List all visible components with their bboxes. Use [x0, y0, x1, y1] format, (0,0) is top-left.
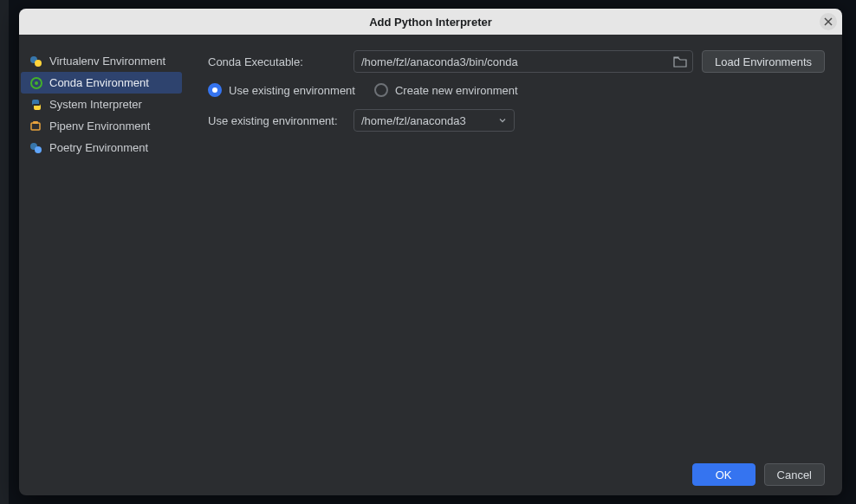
dialog-content: Virtualenv Environment Conda Environment…: [19, 35, 842, 454]
conda-icon: [29, 76, 43, 90]
folder-icon: [673, 55, 687, 68]
radio-use-existing[interactable]: Use existing environment: [208, 83, 355, 97]
environment-mode-radios: Use existing environment Create new envi…: [208, 83, 825, 97]
use-existing-env-label: Use existing environment:: [208, 114, 345, 127]
sidebar-item-virtualenv[interactable]: Virtualenv Environment: [21, 50, 182, 72]
svg-point-1: [35, 60, 42, 67]
add-python-interpreter-dialog: Add Python Interpreter Virtualenv Enviro…: [19, 9, 842, 495]
close-button[interactable]: [820, 13, 837, 30]
close-icon: [824, 17, 833, 26]
python-icon: [29, 98, 43, 112]
sidebar-item-label: Conda Environment: [49, 76, 149, 89]
use-existing-env-row: Use existing environment: /home/fzl/anac…: [208, 109, 825, 132]
sidebar-item-label: Pipenv Environment: [49, 120, 150, 132]
conda-settings-panel: Conda Executable: /home/fzl/anaconda3/bi…: [184, 35, 842, 454]
poetry-icon: [29, 141, 43, 155]
pipenv-icon: [29, 120, 43, 133]
sidebar-item-label: Poetry Environment: [49, 141, 148, 154]
browse-folder-button[interactable]: [673, 55, 687, 68]
conda-executable-input[interactable]: /home/fzl/anaconda3/bin/conda: [353, 50, 693, 73]
conda-executable-row: Conda Executable: /home/fzl/anaconda3/bi…: [208, 50, 825, 73]
ok-button[interactable]: OK: [692, 463, 755, 486]
sidebar-item-poetry[interactable]: Poetry Environment: [21, 137, 182, 158]
load-environments-button[interactable]: Load Environments: [702, 50, 825, 73]
svg-point-7: [35, 146, 42, 153]
editor-gutter: [0, 0, 9, 504]
sidebar-item-label: Virtualenv Environment: [49, 55, 165, 68]
interpreter-type-sidebar: Virtualenv Environment Conda Environment…: [19, 35, 184, 454]
chevron-down-icon: [498, 116, 507, 125]
svg-point-3: [35, 81, 38, 85]
existing-environment-dropdown[interactable]: /home/fzl/anaconda3: [353, 109, 515, 132]
svg-rect-4: [31, 123, 40, 130]
dropdown-value: /home/fzl/anaconda3: [361, 114, 466, 127]
dialog-titlebar: Add Python Interpreter: [19, 9, 842, 35]
radio-create-new[interactable]: Create new environment: [374, 83, 518, 97]
conda-executable-value: /home/fzl/anaconda3/bin/conda: [361, 55, 518, 68]
sidebar-item-pipenv[interactable]: Pipenv Environment: [21, 115, 182, 137]
svg-rect-5: [33, 121, 38, 124]
cancel-button[interactable]: Cancel: [764, 463, 825, 486]
radio-label: Create new environment: [395, 84, 518, 97]
sidebar-item-conda[interactable]: Conda Environment: [21, 72, 182, 94]
radio-label: Use existing environment: [229, 84, 355, 97]
radio-indicator-icon: [208, 83, 222, 97]
conda-executable-label: Conda Executable:: [208, 55, 345, 68]
sidebar-item-system[interactable]: System Interpreter: [21, 94, 182, 115]
sidebar-item-label: System Interpreter: [49, 98, 142, 111]
dialog-footer: OK Cancel: [19, 454, 842, 495]
python-dual-icon: [29, 55, 43, 68]
dialog-title: Add Python Interpreter: [369, 16, 492, 29]
radio-indicator-icon: [374, 83, 388, 97]
